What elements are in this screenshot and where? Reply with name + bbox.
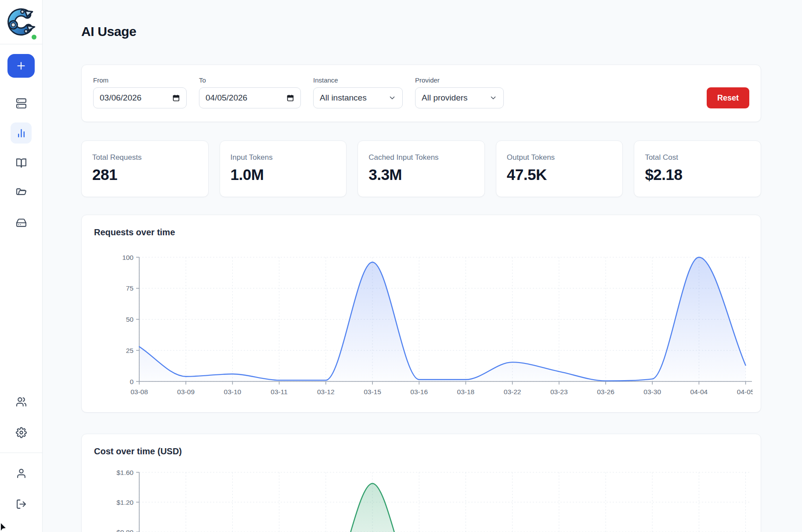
stat-card-output-tokens: Output Tokens 47.5K bbox=[496, 140, 623, 197]
svg-text:03-30: 03-30 bbox=[643, 388, 661, 395]
stat-value: 3.3M bbox=[368, 166, 474, 183]
main-content: AI Usage From 03/06/2026 To 04/05/2026 I… bbox=[43, 24, 765, 532]
users-icon bbox=[16, 396, 27, 407]
stat-card-input-tokens: Input Tokens 1.0M bbox=[220, 140, 347, 197]
provider-select-value: All providers bbox=[422, 93, 468, 103]
provider-select[interactable]: All providers bbox=[415, 87, 504, 108]
user-icon bbox=[16, 468, 27, 479]
instance-field: Instance All instances bbox=[313, 76, 403, 108]
provider-field: Provider All providers bbox=[415, 76, 504, 108]
svg-text:100: 100 bbox=[122, 254, 134, 261]
stat-card-cached-input-tokens: Cached Input Tokens 3.3M bbox=[358, 140, 485, 197]
chevron-down-icon bbox=[388, 94, 396, 102]
requests-chart-card: Requests over time 03-0803-0903-1003-110… bbox=[81, 215, 761, 413]
svg-text:25: 25 bbox=[126, 347, 134, 354]
svg-text:03-26: 03-26 bbox=[597, 388, 614, 395]
sidebar-item-account[interactable] bbox=[11, 463, 32, 484]
calendar-icon bbox=[172, 94, 180, 102]
mouse-cursor bbox=[0, 523, 7, 532]
sidebar-item-files[interactable] bbox=[11, 182, 32, 203]
bar-chart-icon bbox=[16, 128, 27, 139]
robotic-claw-c-logo bbox=[7, 7, 36, 36]
book-open-icon bbox=[16, 158, 27, 169]
sidebar-item-usage[interactable] bbox=[11, 122, 32, 144]
instance-select[interactable]: All instances bbox=[313, 87, 403, 108]
svg-text:03-23: 03-23 bbox=[550, 388, 568, 395]
from-date-value: 03/06/2026 bbox=[100, 93, 141, 103]
stats-row: Total Requests 281 Input Tokens 1.0M Cac… bbox=[81, 140, 761, 197]
cost-over-time-chart: 03-0803-0903-1003-1103-1203-1503-1603-18… bbox=[94, 460, 753, 532]
from-label: From bbox=[93, 76, 187, 84]
reset-button[interactable]: Reset bbox=[707, 87, 749, 108]
to-date-input[interactable]: 04/05/2026 bbox=[199, 87, 301, 108]
svg-text:04-04: 04-04 bbox=[690, 388, 708, 395]
sidebar-item-members[interactable] bbox=[11, 391, 32, 412]
svg-text:03-16: 03-16 bbox=[410, 388, 428, 395]
requests-chart-title: Requests over time bbox=[94, 227, 749, 237]
stat-value: 281 bbox=[92, 166, 198, 183]
svg-text:$0.80: $0.80 bbox=[116, 528, 134, 532]
stat-label: Input Tokens bbox=[231, 153, 336, 162]
sidebar-divider bbox=[0, 453, 42, 453]
svg-text:03-22: 03-22 bbox=[504, 388, 521, 395]
stat-label: Total Requests bbox=[92, 153, 198, 162]
sidebar bbox=[0, 0, 43, 532]
sidebar-item-instances[interactable] bbox=[11, 93, 32, 114]
svg-text:03-10: 03-10 bbox=[224, 388, 242, 395]
hard-drive-icon bbox=[16, 217, 27, 228]
svg-text:$1.20: $1.20 bbox=[116, 499, 134, 506]
from-date-input[interactable]: 03/06/2026 bbox=[93, 87, 187, 108]
svg-text:04-05: 04-05 bbox=[737, 388, 753, 395]
svg-text:03-12: 03-12 bbox=[317, 388, 335, 395]
provider-label: Provider bbox=[415, 76, 504, 84]
stat-value: 1.0M bbox=[231, 166, 336, 183]
sidebar-item-logout[interactable] bbox=[11, 493, 32, 514]
cost-chart-card: Cost over time (USD) 03-0803-0903-1003-1… bbox=[81, 434, 761, 532]
server-icon bbox=[16, 98, 27, 109]
stat-card-total-cost: Total Cost $2.18 bbox=[634, 140, 761, 197]
sidebar-item-docs[interactable] bbox=[11, 152, 32, 173]
sidebar-footer bbox=[0, 391, 42, 532]
svg-text:50: 50 bbox=[126, 316, 134, 323]
requests-over-time-chart: 03-0803-0903-1003-1103-1203-1503-1603-18… bbox=[94, 241, 753, 400]
svg-text:03-09: 03-09 bbox=[177, 388, 195, 395]
stat-value: $2.18 bbox=[645, 166, 750, 183]
log-out-icon bbox=[16, 499, 27, 510]
sidebar-item-storage[interactable] bbox=[11, 212, 32, 233]
cost-chart-title: Cost over time (USD) bbox=[94, 446, 749, 457]
app-logo[interactable] bbox=[0, 0, 42, 44]
stat-card-total-requests: Total Requests 281 bbox=[81, 140, 209, 197]
svg-text:75: 75 bbox=[126, 284, 134, 292]
svg-text:$1.60: $1.60 bbox=[116, 469, 134, 476]
to-date-value: 04/05/2026 bbox=[206, 93, 247, 103]
folder-open-icon bbox=[16, 187, 27, 198]
stat-label: Total Cost bbox=[645, 153, 750, 162]
stat-label: Output Tokens bbox=[507, 153, 612, 162]
chevron-down-icon bbox=[489, 94, 497, 102]
new-item-button[interactable] bbox=[7, 54, 35, 78]
online-status-dot bbox=[32, 35, 36, 40]
svg-text:0: 0 bbox=[130, 378, 134, 385]
stat-value: 47.5K bbox=[507, 166, 612, 183]
sidebar-item-settings[interactable] bbox=[11, 422, 32, 443]
svg-text:03-15: 03-15 bbox=[364, 388, 381, 395]
stat-label: Cached Input Tokens bbox=[368, 153, 474, 162]
filter-bar: From 03/06/2026 To 04/05/2026 Instance A… bbox=[81, 65, 761, 122]
from-date-field: From 03/06/2026 bbox=[93, 76, 187, 108]
instance-label: Instance bbox=[313, 76, 403, 84]
to-date-field: To 04/05/2026 bbox=[199, 76, 301, 108]
to-label: To bbox=[199, 76, 301, 84]
plus-icon bbox=[15, 60, 27, 72]
svg-text:03-11: 03-11 bbox=[271, 388, 288, 395]
gear-icon bbox=[16, 427, 27, 438]
page-title: AI Usage bbox=[81, 24, 761, 39]
instance-select-value: All instances bbox=[320, 93, 367, 103]
svg-text:03-08: 03-08 bbox=[130, 388, 148, 395]
sidebar-nav bbox=[0, 44, 42, 233]
calendar-icon bbox=[286, 94, 294, 102]
svg-text:03-18: 03-18 bbox=[457, 388, 475, 395]
